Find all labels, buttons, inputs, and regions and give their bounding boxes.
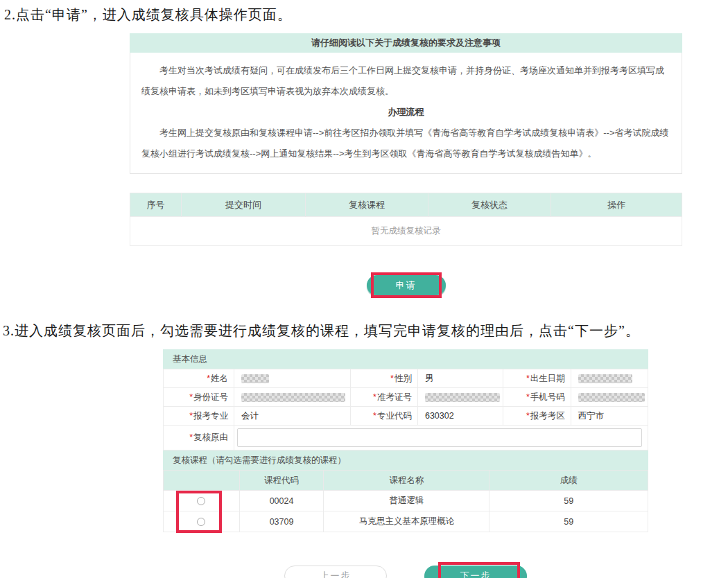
step2-instruction: 2.点击“申请”，进入成绩复核具体操作页面。 <box>4 6 728 24</box>
review-records-table: 序号 提交时间 复核课程 复核状态 操作 暂无成绩复核记录 <box>130 193 682 246</box>
column-header-review-course: 复核课程 <box>306 193 428 217</box>
notice-title: 请仔细阅读以下关于成绩复核的要求及注意事项 <box>130 33 682 53</box>
major-code-value: 630302 <box>417 407 503 426</box>
id-number-value <box>234 388 351 407</box>
course-1-select-cell <box>164 491 240 511</box>
notice-paragraph-requirements: 考生对当次考试成绩有疑问，可在成绩发布后三个工作日网上提交复核申请，并持身份证、… <box>141 60 670 102</box>
review-reason-label: *复核原由 <box>164 426 234 450</box>
major-label: *报考专业 <box>164 407 234 426</box>
apply-button-row: 申请 <box>130 275 682 303</box>
column-header-course-name: 课程名称 <box>324 471 489 491</box>
course-2-name: 马克思主义基本原理概论 <box>324 511 489 532</box>
review-reason-row: *复核原由 <box>164 426 648 450</box>
column-header-course-code: 课程代码 <box>239 471 324 491</box>
basic-info-row-3: *报考专业 会计 *专业代码 630302 *报考考区 西宁市 <box>164 407 648 426</box>
course-2-select-cell <box>164 511 240 532</box>
course-1-radio[interactable] <box>197 497 205 505</box>
course-1-code: 00024 <box>239 491 324 511</box>
redacted-name-value <box>241 374 269 383</box>
exam-district-label: *报考考区 <box>503 407 571 426</box>
empty-state-text: 暂无成绩复核记录 <box>130 217 682 246</box>
major-code-label: *专业代码 <box>350 407 417 426</box>
basic-info-section-header: 基本信息 <box>163 349 648 369</box>
next-step-button[interactable]: 下一步 <box>424 566 527 578</box>
name-label: *姓名 <box>164 369 234 388</box>
major-value: 会计 <box>234 407 351 426</box>
step3-instruction: 3.进入成绩复核页面后，勾选需要进行成绩复核的课程，填写完申请复核的理由后，点击… <box>3 322 728 340</box>
redacted-id-number-value <box>241 393 345 402</box>
notice-subtitle-process: 办理流程 <box>141 102 670 123</box>
review-reason-cell <box>234 426 648 450</box>
column-header-select <box>164 471 240 491</box>
course-header-row: 课程代码 课程名称 成绩 <box>164 471 648 491</box>
redacted-birthdate-value <box>578 374 632 383</box>
course-table: 课程代码 课程名称 成绩 00024 普通逻辑 59 03709 马克思主义基本… <box>163 470 648 532</box>
records-empty-row: 暂无成绩复核记录 <box>130 217 682 246</box>
exam-ticket-value <box>417 388 503 407</box>
course-2-radio[interactable] <box>197 518 205 526</box>
review-courses-section-header: 复核课程（请勾选需要进行成绩复核的课程） <box>163 450 648 470</box>
course-1-score: 59 <box>489 491 648 511</box>
exam-district-value: 西宁市 <box>571 407 648 426</box>
score-review-form: 基本信息 *姓名 *性别 男 *出生日期 *身份证号 *准考证号 *手机号码 *… <box>163 349 648 578</box>
redacted-phone-value <box>578 393 645 402</box>
notice-paragraph-process: 考生网上提交复核原由和复核课程申请-->前往考区招办领取并填写《青海省高等教育自… <box>141 123 670 164</box>
course-2-code: 03709 <box>239 511 324 532</box>
id-number-label: *身份证号 <box>164 388 234 407</box>
column-header-actions: 操作 <box>551 193 682 217</box>
footer-buttons: 上一步 下一步 <box>163 566 648 578</box>
apply-button[interactable]: 申请 <box>367 275 446 295</box>
column-header-seq: 序号 <box>130 193 182 217</box>
phone-label: *手机号码 <box>503 388 571 407</box>
notice-body: 考生对当次考试成绩有疑问，可在成绩发布后三个工作日网上提交复核申请，并持身份证、… <box>130 53 682 174</box>
basic-info-table: *姓名 *性别 男 *出生日期 *身份证号 *准考证号 *手机号码 *报考专业 … <box>163 369 648 450</box>
basic-info-row-1: *姓名 *性别 男 *出生日期 <box>164 369 648 388</box>
review-reason-input[interactable] <box>237 428 642 447</box>
gender-value: 男 <box>417 369 503 388</box>
birthdate-label: *出生日期 <box>503 369 571 388</box>
name-value <box>234 369 351 388</box>
column-header-submit-time: 提交时间 <box>182 193 306 217</box>
birthdate-value <box>571 369 648 388</box>
redacted-exam-ticket-value <box>425 393 500 402</box>
phone-value <box>571 388 648 407</box>
course-row-1: 00024 普通逻辑 59 <box>164 491 648 511</box>
exam-ticket-label: *准考证号 <box>350 388 417 407</box>
records-header-row: 序号 提交时间 复核课程 复核状态 操作 <box>130 193 682 217</box>
prev-step-button[interactable]: 上一步 <box>284 566 387 578</box>
column-header-score: 成绩 <box>489 471 648 491</box>
course-table-wrap: 课程代码 课程名称 成绩 00024 普通逻辑 59 03709 马克思主义基本… <box>163 470 648 532</box>
gender-label: *性别 <box>350 369 417 388</box>
course-1-name: 普通逻辑 <box>324 491 489 511</box>
notice-panel: 请仔细阅读以下关于成绩复核的要求及注意事项 考生对当次考试成绩有疑问，可在成绩发… <box>130 33 682 174</box>
course-row-2: 03709 马克思主义基本原理概论 59 <box>164 511 648 532</box>
basic-info-row-2: *身份证号 *准考证号 *手机号码 <box>164 388 648 407</box>
column-header-review-status: 复核状态 <box>428 193 551 217</box>
course-2-score: 59 <box>489 511 648 532</box>
